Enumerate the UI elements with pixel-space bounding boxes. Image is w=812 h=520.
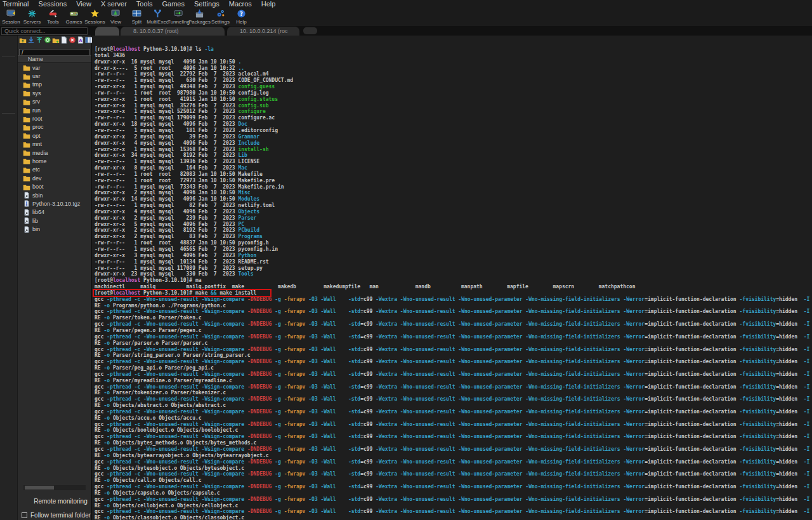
- terminal-line: gcc -pthread -c -Wno-unused-result -Wsig…: [95, 509, 812, 515]
- file-row[interactable]: bin: [18, 225, 91, 233]
- menu-item-help[interactable]: Help: [261, 0, 276, 8]
- menu-item-sessions[interactable]: Sessions: [39, 0, 67, 8]
- delete-icon[interactable]: [69, 36, 76, 44]
- folder-icon: [23, 98, 30, 105]
- toolbar-button-help[interactable]: ?Help: [231, 8, 252, 26]
- upload-icon[interactable]: [36, 36, 43, 44]
- file-row[interactable]: root: [18, 114, 91, 123]
- file-row[interactable]: boot: [18, 182, 91, 190]
- remote-monitoring-button[interactable]: Remote monitoring: [18, 495, 91, 507]
- new-folder-icon[interactable]: [52, 36, 60, 44]
- folder-icon: [23, 64, 30, 71]
- terminal-line: RE -o Parser/pegen.o Parser/pegen.c: [95, 328, 812, 334]
- folder-icon: [23, 141, 30, 148]
- horizontal-scrollbar[interactable]: [18, 484, 91, 491]
- file-row[interactable]: opt: [18, 131, 91, 140]
- edit-file-icon[interactable]: A: [77, 36, 84, 44]
- file-row[interactable]: usr: [18, 72, 91, 80]
- toolbar-button-tools[interactable]: Tools: [43, 8, 63, 26]
- follow-terminal-folder[interactable]: Follow terminal folder: [22, 510, 91, 519]
- tab-session-1[interactable]: 8. 10.0.0.37 (root): [121, 27, 225, 36]
- refresh-icon[interactable]: [44, 36, 51, 44]
- toolbar-button-session[interactable]: Session: [1, 8, 22, 26]
- column-header-name[interactable]: Name: [18, 55, 91, 63]
- file-name: Python-3.10.10.tgz: [32, 201, 81, 207]
- file-row[interactable]: dev: [18, 174, 91, 182]
- scrollbar-thumb[interactable]: [25, 486, 54, 490]
- terminal-line: -rw-r--r-- 1 mysql mysql 22792 Feb 7 202…: [95, 71, 812, 77]
- scroll-left-icon[interactable]: [18, 485, 23, 490]
- tunneling-icon: [174, 9, 183, 18]
- menu-bar: TerminalSessionsViewX serverToolsGamesSe…: [0, 0, 812, 8]
- file-row[interactable]: media: [18, 149, 91, 157]
- menu-item-games[interactable]: Games: [162, 0, 185, 8]
- follow-terminal-checkbox[interactable]: [22, 512, 27, 518]
- file-row[interactable]: home: [18, 157, 91, 165]
- toolbar-label: Settings: [211, 19, 230, 25]
- tab-home[interactable]: [95, 27, 119, 36]
- close-icon[interactable]: [215, 29, 221, 34]
- terminal[interactable]: [root@localhost Python-3.10.10]# ls -lat…: [92, 36, 812, 520]
- svg-text:A: A: [79, 38, 82, 43]
- link-file-icon: [23, 209, 30, 216]
- sftp-icon[interactable]: [3, 97, 15, 109]
- toolbar-label: Games: [66, 19, 82, 25]
- folder-icon: [23, 132, 30, 139]
- menu-item-view[interactable]: View: [76, 0, 91, 8]
- tab-session-2[interactable]: 10. 10.0.0.214 (root): [227, 27, 299, 36]
- terminal-line: RE -o Objects/boolobject.o Objects/boolo…: [95, 427, 812, 434]
- file-row[interactable]: srv: [18, 98, 91, 106]
- terminal-line: drwxr-xr-x 2 mysql mysql 83 Feb 7 2023 P…: [95, 234, 812, 240]
- file-row[interactable]: etc: [18, 166, 91, 174]
- file-row[interactable]: sbin: [18, 191, 91, 199]
- chevron-down-icon[interactable]: [84, 47, 89, 53]
- toolbar-button-sessions[interactable]: Sessions: [84, 8, 105, 26]
- tools-knife-icon[interactable]: [3, 63, 15, 76]
- macros-plane-icon[interactable]: [3, 79, 15, 91]
- toolbar-button-servers[interactable]: Servers: [22, 8, 43, 26]
- toolbar-button-view[interactable]: View: [105, 8, 126, 26]
- menu-item-x-server[interactable]: X server: [101, 0, 127, 8]
- download-icon[interactable]: [27, 36, 35, 44]
- file-row[interactable]: var: [18, 63, 91, 72]
- file-name: srv: [32, 98, 40, 105]
- plus-icon: [308, 29, 313, 34]
- quick-connect-input[interactable]: [1, 27, 88, 35]
- file-row[interactable]: lib: [18, 217, 91, 225]
- file-row[interactable]: tmp: [18, 81, 91, 89]
- toolbar-button-settings[interactable]: Settings: [210, 8, 231, 26]
- file-row[interactable]: sys: [18, 89, 91, 97]
- terminal-line: -rw-r--r-- 1 mysql mysql 179099 Feb 7 20…: [95, 115, 812, 121]
- terminal-line: drwxr-xr-x 2 mysql mysql 239 Feb 7 2023 …: [95, 215, 812, 222]
- terminal-line: -rw-r--r-- 1 mysql mysql 82 Feb 7 2023 n…: [95, 203, 812, 209]
- file-row[interactable]: run: [18, 106, 91, 114]
- file-row[interactable]: proc: [18, 123, 91, 131]
- close-icon[interactable]: [290, 29, 296, 34]
- new-file-icon[interactable]: [60, 36, 68, 44]
- terminal-line: dr-xr-x---. 5 root root 4096 Jan 10 10:3…: [95, 65, 812, 72]
- menu-item-tools[interactable]: Tools: [136, 0, 153, 8]
- menu-item-settings[interactable]: Settings: [194, 0, 219, 8]
- link-file-icon: [23, 192, 30, 199]
- chevron-down-icon[interactable]: [81, 29, 86, 34]
- file-name: run: [32, 107, 41, 114]
- toolbar-button-split[interactable]: Split: [126, 8, 147, 26]
- toolbar-button-tunneling[interactable]: Tunneling: [168, 8, 189, 26]
- parent-folder-icon[interactable]: [19, 36, 27, 44]
- terminal-line: gcc -pthread -c -Wno-unused-result -Wsig…: [95, 422, 812, 428]
- file-row[interactable]: Python-3.10.10.tgz: [18, 199, 91, 208]
- menu-item-terminal[interactable]: Terminal: [3, 0, 29, 8]
- scroll-right-icon[interactable]: [86, 485, 91, 490]
- new-tab-button[interactable]: [303, 27, 317, 34]
- toolbar-button-games[interactable]: Games: [63, 8, 84, 26]
- menu-item-macros[interactable]: Macros: [229, 0, 252, 8]
- toolbar-button-multiexec[interactable]: MultiExec: [147, 8, 168, 26]
- file-row[interactable]: mnt: [18, 140, 91, 149]
- scrollbar-track[interactable]: [23, 485, 86, 490]
- toolbar-button-packages[interactable]: Packages: [189, 8, 210, 26]
- file-row[interactable]: lib64: [18, 208, 91, 217]
- sessions-star-icon[interactable]: [3, 37, 15, 50]
- terminal-line: gcc -pthread -c -Wno-unused-result -Wsig…: [95, 409, 812, 415]
- terminal-line: drwxr-xr-x 18 mysql mysql 4096 Feb 7 202…: [95, 121, 812, 128]
- terminal-line: -rw-r--r-- 1 mysql mysql 630 Feb 7 2023 …: [95, 77, 812, 84]
